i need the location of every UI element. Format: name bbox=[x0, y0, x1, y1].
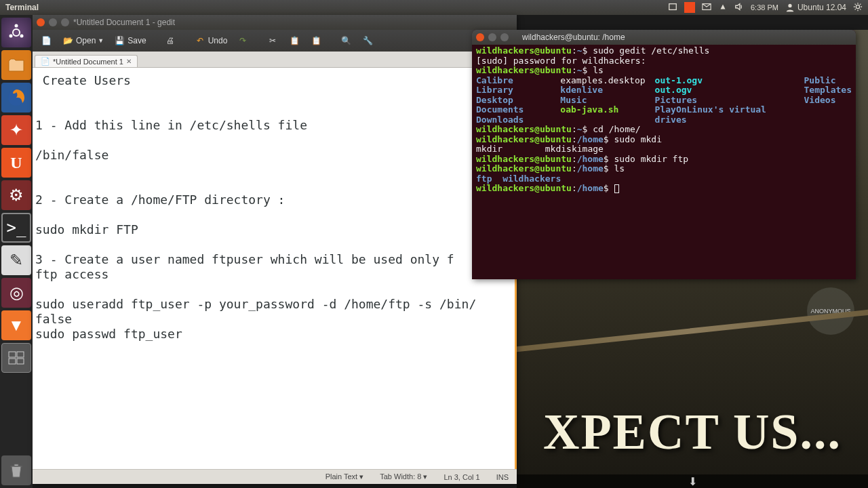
svg-point-6 bbox=[9, 35, 13, 38]
open-button[interactable]: 📂Open▼ bbox=[58, 33, 107, 48]
sound-icon[interactable] bbox=[734, 2, 744, 14]
maximize-icon[interactable] bbox=[61, 18, 69, 26]
network-icon[interactable] bbox=[718, 2, 728, 14]
terminal-window: wildhackers@ubuntu: /home wildhackers@ub… bbox=[472, 30, 856, 279]
bottom-bar: ⬇ bbox=[517, 474, 868, 488]
terminal-title: wildhackers@ubuntu: /home bbox=[522, 33, 625, 42]
svg-point-1 bbox=[788, 4, 791, 7]
svg-point-3 bbox=[13, 29, 20, 36]
indicator-area: 6:38 PM Ubuntu 12.04 bbox=[668, 2, 863, 14]
firefox-launcher[interactable] bbox=[1, 83, 31, 113]
cut-button[interactable]: ✂ bbox=[263, 33, 282, 48]
save-button[interactable]: 💾Save bbox=[110, 33, 149, 48]
new-button[interactable]: 📄 bbox=[37, 33, 56, 48]
trash-launcher[interactable] bbox=[1, 455, 31, 485]
redo-button[interactable]: ↷ bbox=[233, 33, 252, 48]
tab-untitled[interactable]: 📄 *Untitled Document 1 ✕ bbox=[35, 55, 138, 67]
undo-button[interactable]: ↶Undo bbox=[191, 33, 231, 48]
app-launcher-1[interactable]: ✦ bbox=[1, 115, 31, 145]
replace-button[interactable]: 🔧 bbox=[358, 33, 377, 48]
paste-button[interactable]: 📋 bbox=[307, 33, 326, 48]
mail-icon[interactable] bbox=[702, 2, 711, 14]
status-cursor-pos: Ln 3, Col 1 bbox=[443, 473, 479, 481]
minimize-icon[interactable] bbox=[488, 33, 496, 41]
ubuntu-software-launcher[interactable]: U bbox=[1, 148, 31, 178]
svg-point-2 bbox=[856, 5, 859, 8]
svg-point-4 bbox=[15, 24, 18, 28]
top-panel: Terminal 6:38 PM Ubuntu 12.04 bbox=[0, 0, 868, 15]
gear-icon[interactable] bbox=[853, 2, 863, 14]
workspace-switcher[interactable] bbox=[1, 343, 31, 373]
app-launcher-3[interactable]: ▼ bbox=[1, 310, 31, 340]
active-app-menu[interactable]: Terminal bbox=[5, 3, 39, 12]
svg-point-5 bbox=[20, 35, 24, 38]
wallpaper-text: XPECT US... bbox=[517, 403, 868, 461]
session-menu[interactable]: Ubuntu 12.04 bbox=[785, 3, 846, 12]
status-language[interactable]: Plain Text ▾ bbox=[326, 472, 364, 481]
unity-launcher: ✦ U ⚙ >_ ✎ ◎ ▼ bbox=[0, 15, 33, 488]
gedit-window: *Untitled Document 1 - gedit 📄 📂Open▼ 💾S… bbox=[33, 15, 517, 484]
print-button[interactable]: 🖨 bbox=[161, 33, 180, 48]
svg-rect-11 bbox=[17, 359, 24, 364]
svg-rect-9 bbox=[17, 352, 24, 357]
svg-rect-10 bbox=[9, 359, 16, 364]
gedit-toolbar: 📄 📂Open▼ 💾Save 🖨 ↶Undo ↷ ✂ 📋 📋 🔍 🔧 bbox=[33, 30, 517, 52]
files-launcher[interactable] bbox=[1, 50, 31, 80]
download-icon[interactable]: ⬇ bbox=[688, 475, 697, 488]
anonymous-badge: ANONYMOUS bbox=[807, 287, 854, 335]
terminal-titlebar[interactable]: wildhackers@ubuntu: /home bbox=[472, 30, 856, 45]
terminal-launcher[interactable]: >_ bbox=[1, 213, 31, 243]
clock[interactable]: 6:38 PM bbox=[751, 3, 778, 12]
file-icon: 📄 bbox=[41, 57, 50, 66]
record-indicator[interactable] bbox=[684, 2, 695, 13]
gedit-statusbar: Plain Text ▾ Tab Width: 8 ▾ Ln 3, Col 1 … bbox=[33, 469, 517, 484]
svg-rect-0 bbox=[669, 3, 677, 9]
status-tabwidth[interactable]: Tab Width: 8 ▾ bbox=[380, 472, 427, 481]
terminal-cursor bbox=[614, 184, 619, 193]
copy-button[interactable]: 📋 bbox=[285, 33, 304, 48]
tab-label: *Untitled Document 1 bbox=[53, 58, 123, 66]
gedit-title: *Untitled Document 1 - gedit bbox=[73, 18, 175, 27]
minimize-icon[interactable] bbox=[49, 18, 57, 26]
terminal-body[interactable]: wildhackers@ubuntu:~$ sudo gedit /etc/sh… bbox=[472, 45, 856, 195]
maximize-icon[interactable] bbox=[500, 33, 509, 41]
svg-rect-8 bbox=[9, 352, 16, 357]
gedit-tabbar: 📄 *Untitled Document 1 ✕ bbox=[33, 52, 517, 68]
tab-close-icon[interactable]: ✕ bbox=[126, 58, 132, 65]
screenshot-icon[interactable] bbox=[668, 2, 677, 14]
close-icon[interactable] bbox=[37, 18, 45, 26]
settings-launcher[interactable]: ⚙ bbox=[1, 180, 31, 210]
dash-home[interactable] bbox=[1, 18, 31, 47]
status-insert-mode: INS bbox=[496, 473, 509, 481]
gedit-launcher[interactable]: ✎ bbox=[1, 245, 31, 275]
wallpaper-bow bbox=[517, 308, 868, 353]
find-button[interactable]: 🔍 bbox=[336, 33, 355, 48]
app-launcher-2[interactable]: ◎ bbox=[1, 278, 31, 308]
editor-textarea[interactable]: Create Users 1 - Add this line in /etc/s… bbox=[33, 68, 517, 469]
gedit-titlebar[interactable]: *Untitled Document 1 - gedit bbox=[33, 15, 517, 30]
close-icon[interactable] bbox=[476, 33, 484, 41]
